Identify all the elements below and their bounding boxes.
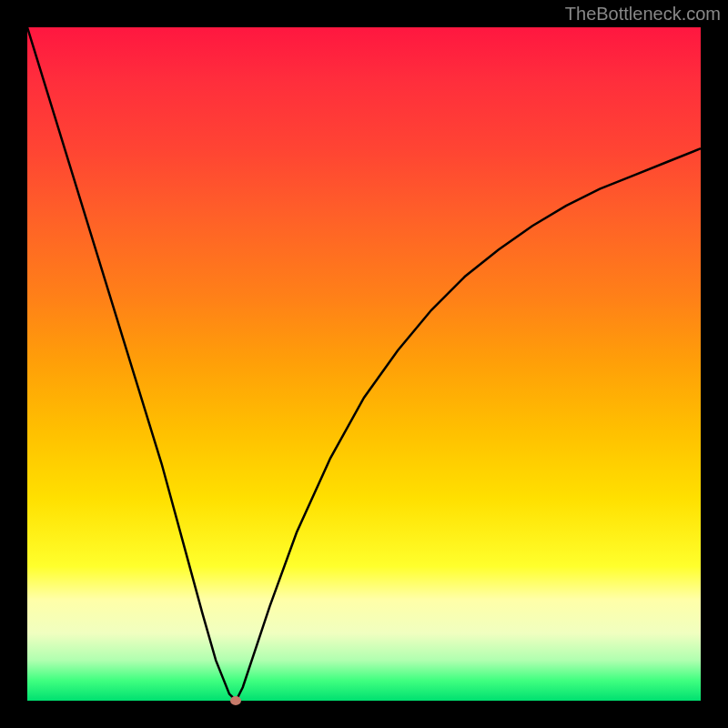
chart-area (27, 27, 701, 701)
watermark-text: TheBottleneck.com (565, 4, 721, 25)
bottleneck-curve (27, 27, 701, 701)
optimal-point-marker (230, 696, 241, 705)
